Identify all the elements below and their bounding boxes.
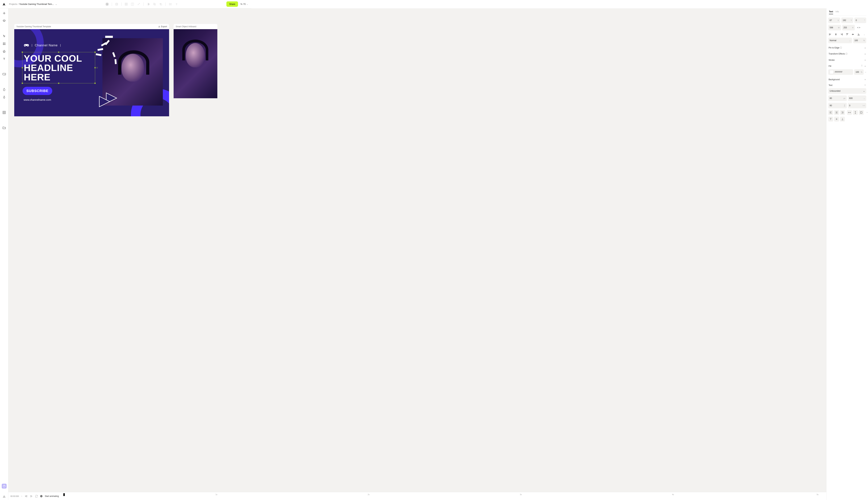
svg-point-6 (107, 5, 107, 5)
svg-point-19 (176, 3, 177, 4)
rotate-handle[interactable] (96, 67, 98, 68)
zoom-value: 70 (243, 3, 245, 5)
channel-name-text[interactable]: Channel Name (35, 44, 58, 47)
wand-icon[interactable] (137, 3, 140, 6)
pipe: | (32, 44, 32, 47)
svg-point-0 (107, 4, 107, 4)
pen-icon[interactable] (2, 95, 6, 99)
add-icon[interactable] (2, 11, 6, 15)
union-icon[interactable] (153, 3, 156, 6)
svg-point-23 (27, 45, 28, 45)
pin-icon[interactable] (175, 3, 178, 6)
artboard-title[interactable]: Youtube Gaming Thumbnail Template (16, 25, 51, 28)
grid-icon[interactable] (125, 3, 128, 6)
decor-triangles (98, 91, 122, 109)
chevron-down-icon[interactable]: ⌄ (55, 3, 57, 5)
zoom-control[interactable]: %70 ⌄ (239, 3, 249, 5)
svg-rect-21 (3, 111, 5, 114)
star-icon[interactable] (2, 50, 6, 53)
artboard-1: Youtube Gaming Thumbnail Template Export (14, 24, 169, 116)
breadcrumb-root[interactable]: Projects (9, 3, 17, 5)
text-icon[interactable] (2, 57, 6, 61)
sparkle-icon[interactable] (105, 3, 109, 6)
artboard2-header[interactable]: Smart Object Artboard (174, 24, 217, 29)
svg-point-1 (106, 3, 106, 3)
svg-point-3 (106, 5, 106, 5)
breadcrumb-current[interactable]: Youtube Gaming Thumbnail Tem... (19, 3, 54, 5)
artboard2-body[interactable] (174, 29, 217, 98)
channel-row[interactable]: | Channel Name | (24, 43, 61, 47)
pipe: | (60, 44, 61, 47)
svg-point-7 (106, 4, 106, 4)
svg-rect-10 (125, 3, 127, 5)
svg-point-2 (107, 3, 108, 3)
app-logo[interactable] (2, 2, 6, 6)
website-text[interactable]: www.channelname.com (24, 98, 51, 101)
button-icon[interactable] (2, 72, 6, 76)
share-button[interactable]: Share (226, 1, 238, 7)
svg-point-4 (107, 5, 108, 5)
svg-point-24 (28, 45, 28, 46)
svg-rect-9 (116, 3, 118, 5)
canvas[interactable]: Youtube Gaming Thumbnail Template Export (8, 8, 251, 141)
headline-text[interactable]: YOUR COOL HEADLINE HERE (22, 52, 95, 83)
top-toolbar (58, 2, 225, 6)
left-toolbar (0, 8, 8, 141)
export-label: Export (161, 25, 167, 28)
svg-point-5 (107, 3, 107, 3)
frame-icon[interactable] (2, 42, 6, 45)
folder-icon[interactable] (2, 126, 6, 129)
selection-box[interactable]: YOUR COOL HEADLINE HERE (22, 52, 95, 83)
artboard-header: Youtube Gaming Thumbnail Template Export (14, 24, 169, 29)
breadcrumb-sep: / (18, 3, 19, 5)
topbar: Projects / Youtube Gaming Thumbnail Tem.… (0, 0, 251, 8)
export-button[interactable]: Export (158, 25, 167, 28)
table-icon[interactable] (2, 111, 6, 114)
subscribe-button[interactable]: SUBSCRIBE (23, 87, 52, 95)
drop-icon[interactable] (2, 88, 6, 91)
artboard-2: Smart Object Artboard (174, 24, 217, 98)
chevron-down-icon: ⌄ (246, 3, 248, 5)
zoom-prefix: % (240, 3, 242, 5)
controller-icon (24, 43, 29, 47)
cell-icon[interactable] (131, 3, 134, 6)
svg-rect-18 (171, 3, 171, 5)
subtract-icon[interactable] (159, 3, 162, 6)
breadcrumb[interactable]: Projects / Youtube Gaming Thumbnail Tem.… (9, 3, 57, 5)
svg-rect-17 (169, 3, 170, 5)
artboard-body[interactable]: | Channel Name | YOUR COOL HEADLINE HERE… (14, 29, 169, 116)
svg-rect-20 (3, 73, 6, 75)
artboard2-title: Smart Object Artboard (176, 25, 196, 28)
layers-icon[interactable] (2, 19, 6, 23)
decor (122, 54, 144, 82)
distribute-icon[interactable] (169, 3, 172, 6)
decor (186, 43, 205, 67)
svg-point-8 (108, 4, 108, 4)
contrast-icon[interactable] (147, 3, 150, 6)
cursor-icon[interactable] (2, 34, 6, 38)
separator (121, 2, 122, 6)
clip-icon[interactable] (115, 3, 118, 6)
